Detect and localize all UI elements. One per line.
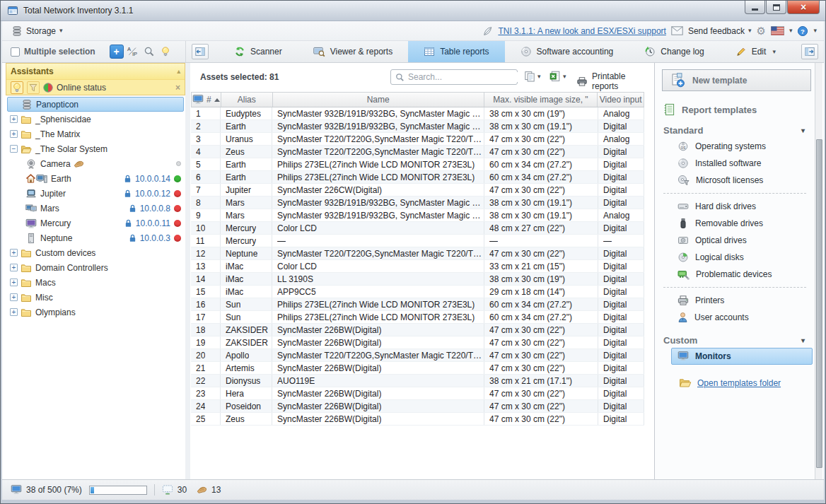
tree-item-mars[interactable]: Mars10.0.0.8 bbox=[6, 201, 185, 216]
panel-splitter[interactable] bbox=[185, 63, 190, 479]
tree-item-the-solar-system[interactable]: −_The Solar System bbox=[6, 141, 185, 156]
tab-viewer-reports[interactable]: Viewer & reports bbox=[298, 41, 408, 62]
open-templates-folder-link[interactable]: Open templates folder bbox=[697, 378, 781, 388]
template-item-problematic-devices[interactable]: Problematic devices bbox=[655, 266, 815, 283]
table-row[interactable]: 14iMacLL 3190S38 cm x 30 cm (19")Digital bbox=[191, 273, 644, 286]
table-row[interactable]: 18ZAKSIDERSyncMaster 226BW(Digital)47 cm… bbox=[191, 324, 644, 336]
table-row[interactable]: 3UranusSyncMaster T220/T220G,SyncMaster … bbox=[191, 133, 644, 146]
language-flag-icon[interactable] bbox=[771, 26, 784, 35]
table-row[interactable]: 11Mercury——— bbox=[191, 235, 644, 247]
tree-item-olympians[interactable]: +Olympians bbox=[6, 305, 185, 320]
storage-menu-button[interactable]: Storage ▾ bbox=[6, 23, 69, 40]
gear-icon[interactable]: ⚙ bbox=[756, 25, 765, 36]
tree-item-jupiter[interactable]: Jupiter10.0.0.12 bbox=[6, 186, 185, 201]
expand-icon[interactable]: + bbox=[10, 130, 18, 138]
expand-icon[interactable]: + bbox=[10, 293, 18, 301]
expand-icon[interactable]: + bbox=[10, 115, 18, 123]
table-row[interactable]: 13iMacColor LCD33 cm x 21 cm (15")Digita… bbox=[191, 260, 644, 273]
tree-item-neptune[interactable]: Neptune10.0.0.3 bbox=[6, 230, 185, 245]
table-row[interactable]: 22DionysusAUO119E38 cm x 21 cm (17.1")Di… bbox=[191, 375, 644, 387]
scrollbar-thumb[interactable] bbox=[816, 139, 822, 468]
template-item-user-accounts[interactable]: User accounts bbox=[655, 309, 815, 326]
tree-item-macs[interactable]: +Macs bbox=[6, 275, 185, 290]
table-row[interactable]: 12NeptuneSyncMaster T220/T220G,SyncMaste… bbox=[191, 247, 644, 260]
assistant-filter-button[interactable] bbox=[27, 81, 40, 94]
table-row[interactable]: 4ZeusSyncMaster T220/T220G,SyncMaster Ma… bbox=[191, 146, 644, 158]
sort-alias-ip-button[interactable]: AIP bbox=[126, 45, 140, 59]
table-row[interactable]: 1EudyptesSyncMaster 932B/191B/932BG, Syn… bbox=[191, 107, 644, 120]
tab-edit[interactable]: Edit▾ bbox=[720, 41, 791, 62]
tree-item-the-matrix[interactable]: +_The Matrix bbox=[6, 127, 185, 141]
table-row[interactable]: 9MarsSyncMaster 932B/191B/932BG, SyncMas… bbox=[191, 209, 644, 222]
minimize-button[interactable] bbox=[745, 1, 765, 14]
table-row[interactable]: 17SunPhilips 273EL(27inch Wide LCD MONIT… bbox=[191, 311, 644, 324]
template-item-hard-disk-drives[interactable]: Hard disk drives bbox=[655, 198, 815, 215]
column-header-alias[interactable]: Alias bbox=[221, 93, 273, 107]
table-row[interactable]: 7JupiterSyncMaster 226CW(Digital)47 cm x… bbox=[191, 184, 644, 197]
table-row[interactable]: 23HeraSyncMaster 226BW(Digital)47 cm x 3… bbox=[191, 387, 644, 400]
template-item-microsoft-licenses[interactable]: Microsoft licenses bbox=[655, 172, 815, 189]
template-item-printers[interactable]: Printers bbox=[655, 292, 815, 309]
table-row[interactable]: 16SunPhilips 273EL(27inch Wide LCD MONIT… bbox=[191, 298, 644, 311]
tree-item-earth[interactable]: Earth10.0.0.14 bbox=[6, 171, 185, 186]
expand-icon[interactable]: + bbox=[10, 308, 18, 316]
column-header-max-visible-image-size[interactable]: Max. visible image size, " bbox=[484, 93, 598, 107]
assistants-toggle-button[interactable] bbox=[158, 45, 173, 59]
multiple-selection-checkbox[interactable] bbox=[11, 47, 20, 57]
table-row[interactable]: 19ZAKSIDERSyncMaster 226BW(Digital)47 cm… bbox=[191, 336, 644, 349]
tree-item-panopticon[interactable]: Panopticon bbox=[7, 97, 184, 112]
expand-right-panel-button[interactable] bbox=[801, 44, 818, 59]
printable-reports-button[interactable]: Printable reports bbox=[576, 71, 654, 91]
table-row[interactable]: 21ArtemisSyncMaster 226BW(Digital)47 cm … bbox=[191, 362, 644, 375]
maximize-button[interactable] bbox=[766, 1, 786, 14]
section-custom[interactable]: Custom ▾ bbox=[655, 332, 815, 348]
send-feedback-button[interactable]: Send feedback ▾ bbox=[688, 26, 752, 36]
tab-software-accounting[interactable]: Software accounting bbox=[505, 41, 629, 62]
new-template-button[interactable]: New template bbox=[662, 69, 811, 91]
tree-item-spheniscidae[interactable]: +_Spheniscidae bbox=[6, 112, 185, 127]
tree-item-custom-devices[interactable]: +Custom devices bbox=[6, 245, 185, 260]
tab-table-reports[interactable]: Table reports bbox=[408, 41, 504, 62]
template-item-optical-drives[interactable]: Optical drives bbox=[655, 232, 815, 249]
find-button[interactable] bbox=[142, 45, 156, 59]
template-item-installed-software[interactable]: Installed software bbox=[655, 155, 815, 172]
expand-icon[interactable]: + bbox=[10, 264, 18, 271]
add-device-button[interactable]: + bbox=[110, 45, 124, 59]
column-header-video-input[interactable]: Video input bbox=[598, 93, 644, 107]
template-item-removable-drives[interactable]: Removable drives bbox=[655, 215, 815, 232]
column-header-name[interactable]: Name bbox=[273, 93, 484, 107]
table-row[interactable]: 20ApolloSyncMaster T220/T220G,SyncMaster… bbox=[191, 349, 644, 362]
section-standard[interactable]: Standard ▾ bbox=[655, 122, 815, 138]
tab-scanner[interactable]: Scanner bbox=[219, 41, 298, 62]
template-item-monitors[interactable]: Monitors bbox=[671, 348, 813, 365]
excel-export-button[interactable]: ▾ bbox=[549, 71, 566, 82]
table-row[interactable]: 2EarthSyncMaster 932B/191B/932BG, SyncMa… bbox=[191, 120, 644, 133]
search-input[interactable] bbox=[408, 72, 518, 82]
table-row[interactable]: 5EarthPhilips 273EL(27inch Wide LCD MONI… bbox=[191, 158, 644, 171]
expand-icon[interactable]: + bbox=[10, 279, 18, 286]
table-row[interactable]: 6EarthPhilips 273EL(27inch Wide LCD MONI… bbox=[191, 171, 644, 184]
expand-icon[interactable]: + bbox=[10, 249, 18, 257]
table-row[interactable]: 25ZeusSyncMaster 226BW(Digital)47 cm x 3… bbox=[191, 413, 644, 426]
table-row[interactable]: 10MercuryColor LCD48 cm x 27 cm (22")Dig… bbox=[191, 222, 644, 235]
assistant-online-button[interactable] bbox=[11, 81, 23, 94]
tree-item-camera[interactable]: Camera bbox=[6, 156, 185, 171]
tree-item-domain-controllers[interactable]: +Domain Controllers bbox=[6, 260, 185, 275]
news-link[interactable]: TNI 3.1.1: A new look and ESX/ESXi suppo… bbox=[498, 26, 665, 36]
help-icon[interactable]: ? bbox=[797, 25, 808, 37]
tree-item-mercury[interactable]: Mercury10.0.0.11 bbox=[6, 216, 185, 230]
template-item-logical-disks[interactable]: Logical disks bbox=[655, 249, 815, 266]
collapse-icon[interactable]: − bbox=[10, 145, 18, 153]
template-item-operating-systems[interactable]: osOperating systems bbox=[655, 138, 815, 155]
table-row[interactable]: 24PoseidonSyncMaster 226BW(Digital)47 cm… bbox=[191, 400, 644, 413]
close-icon[interactable]: × bbox=[175, 83, 180, 93]
tree-item-misc[interactable]: +Misc bbox=[6, 290, 185, 305]
tab-change-log[interactable]: Change log bbox=[629, 41, 719, 62]
collapse-sidebar-button[interactable] bbox=[192, 44, 209, 59]
table-row[interactable]: 15iMacAPP9CC529 cm x 18 cm (14")Digital bbox=[191, 286, 644, 298]
column-header-number[interactable]: # bbox=[192, 93, 221, 107]
copy-export-button[interactable]: ▾ bbox=[524, 71, 541, 82]
right-panel-scrollbar[interactable] bbox=[815, 63, 822, 479]
close-button[interactable]: × bbox=[787, 1, 820, 14]
collapse-up-icon[interactable]: ▴ bbox=[177, 68, 180, 75]
